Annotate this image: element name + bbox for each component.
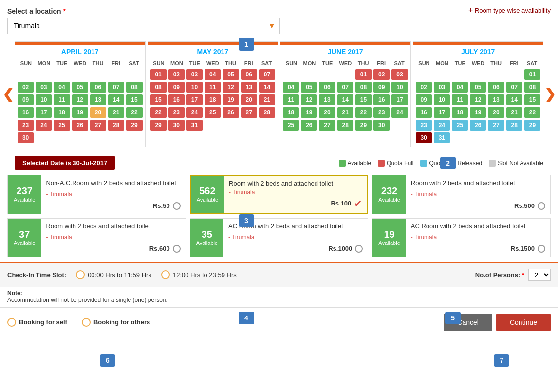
calendar-day[interactable]: 01	[524, 69, 540, 80]
calendar-day[interactable]: 20	[90, 107, 106, 118]
calendar-day[interactable]: 19	[72, 107, 88, 118]
calendar-day[interactable]: 28	[506, 120, 522, 131]
calendar-day[interactable]: 27	[488, 120, 504, 131]
calendar-day[interactable]: 10	[391, 82, 408, 93]
calendar-day[interactable]: 26	[72, 120, 88, 131]
calendar-day[interactable]: 03	[434, 82, 450, 93]
persons-select[interactable]: 2134	[528, 269, 551, 281]
calendar-day[interactable]: 11	[283, 94, 299, 105]
calendar-day[interactable]: 18	[54, 107, 70, 118]
calendar-day[interactable]: 12	[223, 82, 239, 93]
calendar-day[interactable]: 13	[90, 94, 106, 105]
calendar-day[interactable]: 23	[373, 107, 390, 118]
calendar-day[interactable]: 20	[241, 94, 257, 105]
calendar-day[interactable]: 25	[283, 120, 299, 131]
calendar-day[interactable]: 02	[168, 69, 185, 80]
calendar-day[interactable]: 28	[337, 120, 353, 131]
calendar-day[interactable]: 19	[301, 107, 317, 118]
booking-self-radio[interactable]	[7, 318, 16, 327]
calendar-day[interactable]: 31	[186, 120, 203, 131]
calendar-day[interactable]: 21	[259, 94, 275, 105]
calendar-day[interactable]: 26	[470, 120, 486, 131]
calendar-day[interactable]: 13	[241, 82, 257, 93]
calendar-day[interactable]: 02	[18, 82, 34, 93]
calendar-day[interactable]: 17	[36, 107, 52, 118]
calendar-day[interactable]: 26	[223, 107, 239, 118]
time-slot-2[interactable]: 12:00 Hrs to 23:59 Hrs	[161, 270, 237, 279]
calendar-day[interactable]: 28	[259, 107, 275, 118]
calendar-day[interactable]: 24	[186, 107, 203, 118]
calendar-day[interactable]: 19	[223, 94, 239, 105]
calendar-day[interactable]: 08	[150, 82, 167, 93]
calendar-day[interactable]: 05	[223, 69, 239, 80]
calendar-day[interactable]: 06	[241, 69, 257, 80]
room-card[interactable]: 19AvailableAC Room with 2 beds and attac…	[372, 218, 551, 257]
calendar-day[interactable]: 14	[108, 94, 124, 105]
calendar-day[interactable]: 19	[470, 107, 486, 118]
booking-self[interactable]: Booking for self	[7, 318, 67, 327]
calendar-day[interactable]: 24	[434, 120, 450, 131]
calendar-day[interactable]: 11	[205, 82, 221, 93]
calendar-day[interactable]: 29	[355, 120, 372, 131]
room-card[interactable]: 232AvailableRoom with 2 beds and attache…	[372, 175, 551, 214]
room-radio[interactable]	[538, 202, 545, 210]
calendar-day[interactable]: 23	[168, 107, 185, 118]
calendar-day[interactable]: 02	[373, 69, 390, 80]
calendar-day[interactable]: 05	[301, 82, 317, 93]
calendar-day[interactable]: 03	[36, 82, 52, 93]
calendar-day[interactable]: 04	[452, 82, 468, 93]
calendar-day[interactable]: 18	[452, 107, 468, 118]
calendar-day[interactable]: 30	[18, 132, 34, 143]
calendar-day[interactable]: 04	[283, 82, 299, 93]
room-radio[interactable]	[538, 245, 545, 253]
calendar-day[interactable]: 29	[524, 120, 540, 131]
room-card[interactable]: 237AvailableNon-A.C.Room with 2 beds and…	[7, 175, 186, 214]
booking-others-radio[interactable]	[82, 318, 91, 327]
calendar-day[interactable]: 15	[524, 94, 540, 105]
room-card[interactable]: 35AvailableAC Room with 2 beds and attac…	[190, 218, 369, 257]
calendar-day[interactable]: 29	[126, 120, 142, 131]
calendar-day[interactable]: 08	[355, 82, 372, 93]
calendar-day[interactable]: 17	[434, 107, 450, 118]
calendar-day[interactable]: 12	[301, 94, 317, 105]
calendar-day[interactable]: 16	[373, 94, 390, 105]
calendar-day[interactable]: 10	[36, 94, 52, 105]
calendar-day[interactable]: 24	[36, 120, 52, 131]
calendar-day[interactable]: 22	[524, 107, 540, 118]
calendar-day[interactable]: 07	[506, 82, 522, 93]
calendar-day[interactable]: 07	[259, 69, 275, 80]
calendar-day[interactable]: 14	[259, 82, 275, 93]
calendar-day[interactable]: 30	[373, 120, 390, 131]
calendar-day[interactable]: 30	[416, 132, 432, 143]
room-type-link[interactable]: + Room type wise availability	[468, 6, 551, 15]
calendar-day[interactable]: 09	[416, 94, 432, 105]
calendar-day[interactable]: 14	[337, 94, 353, 105]
calendar-day[interactable]: 02	[416, 82, 432, 93]
calendar-day[interactable]: 20	[488, 107, 504, 118]
calendar-day[interactable]: 21	[506, 107, 522, 118]
calendar-day[interactable]: 07	[108, 82, 124, 93]
calendar-day[interactable]: 11	[54, 94, 70, 105]
calendar-day[interactable]: 28	[108, 120, 124, 131]
calendar-day[interactable]: 03	[186, 69, 203, 80]
room-radio[interactable]	[173, 202, 181, 210]
calendar-day[interactable]: 04	[54, 82, 70, 93]
calendar-day[interactable]: 05	[72, 82, 88, 93]
calendar-day[interactable]: 08	[126, 82, 142, 93]
calendar-next-arrow[interactable]: ❯	[544, 88, 556, 101]
calendar-day[interactable]: 13	[319, 94, 335, 105]
calendar-day[interactable]: 01	[355, 69, 372, 80]
calendar-day[interactable]: 03	[391, 69, 408, 80]
calendar-day[interactable]: 23	[18, 120, 34, 131]
calendar-day[interactable]: 17	[391, 94, 408, 105]
calendar-day[interactable]: 06	[319, 82, 335, 93]
calendar-day[interactable]: 31	[434, 132, 450, 143]
calendar-day[interactable]: 09	[373, 82, 390, 93]
calendar-day[interactable]: 27	[319, 120, 335, 131]
calendar-day[interactable]: 25	[452, 120, 468, 131]
calendar-day[interactable]: 10	[186, 82, 203, 93]
calendar-day[interactable]: 16	[18, 107, 34, 118]
room-card[interactable]: 37AvailableRoom with 2 beds and attached…	[7, 218, 186, 257]
calendar-day[interactable]: 22	[150, 107, 167, 118]
calendar-day[interactable]: 15	[355, 94, 372, 105]
